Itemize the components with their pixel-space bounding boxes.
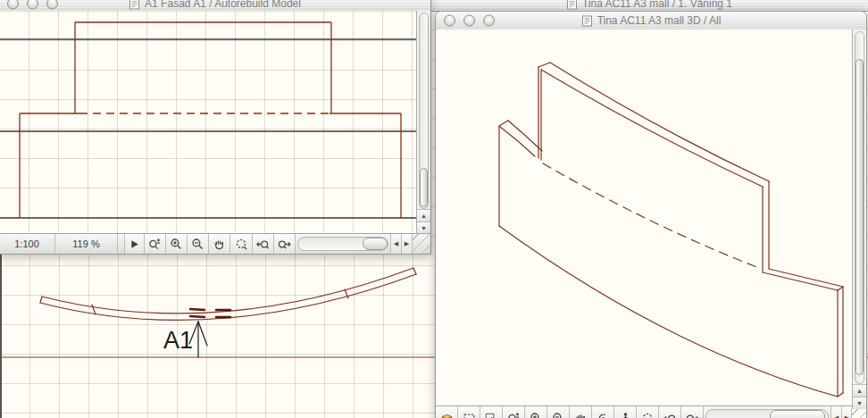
magnifier-plus-icon <box>170 238 183 251</box>
magnifier-minus-icon <box>552 412 565 418</box>
zoom-to-percent-button[interactable] <box>145 234 166 254</box>
marquee-button[interactable] <box>458 406 480 418</box>
zoom-button[interactable] <box>46 0 58 10</box>
next-zoom-button[interactable] <box>681 406 704 418</box>
scrollbar-thumb[interactable] <box>855 59 864 375</box>
screen-left-edge <box>0 252 2 418</box>
flyout-arrow-icon <box>128 238 141 251</box>
previous-zoom-button[interactable] <box>253 234 274 254</box>
axonometry-cube-icon <box>440 412 454 418</box>
walk-person-icon <box>619 412 632 418</box>
zoom-out-button[interactable] <box>547 406 570 418</box>
magnifier-plusminus-icon <box>148 238 162 251</box>
three-d-window-titlebar[interactable]: Tina AC11 A3 mall 3D / All <box>436 12 866 30</box>
zoom-in-button[interactable] <box>166 234 188 254</box>
three-d-window-title-group: Tina AC11 A3 mall 3D / All <box>581 14 722 27</box>
window-controls <box>444 15 495 27</box>
quick-options-button[interactable] <box>125 234 145 254</box>
zoom-in-button[interactable] <box>525 406 547 418</box>
magnifier-plus-icon <box>530 412 543 418</box>
scrollbar-thumb[interactable] <box>420 168 428 207</box>
elevation-canvas[interactable] <box>0 11 416 234</box>
minimize-button[interactable] <box>463 15 475 27</box>
scroll-down-button[interactable]: ▼ <box>853 397 866 409</box>
elevation-window: A1 Fasad A1 / Autorebuild Model <box>0 0 431 255</box>
scroll-up-button[interactable]: ▲ <box>853 384 866 397</box>
fit-magnifier-icon <box>235 238 248 251</box>
document-icon <box>581 15 593 27</box>
fit-in-window-button[interactable] <box>637 406 659 418</box>
scrollbar-thumb[interactable] <box>770 410 825 418</box>
desktop: Tina AC11 A3 mall / 1. Våning 1 <box>0 0 868 418</box>
explore-button[interactable] <box>480 406 503 418</box>
statusbar-spacer <box>118 234 125 254</box>
elevation-statusbar: 1:100 119 % ◀ ▶ <box>0 233 430 254</box>
walk-button[interactable] <box>614 406 637 418</box>
vertical-scrollbar[interactable]: ▲ ▼ <box>416 11 430 234</box>
previous-zoom-icon <box>664 412 677 418</box>
scroll-right-button[interactable]: ▶ <box>401 234 412 254</box>
next-zoom-button[interactable] <box>274 234 296 254</box>
three-d-statusbar: ◀ ▶ <box>436 405 852 418</box>
document-icon <box>566 0 578 10</box>
scroll-left-button[interactable]: ◀ <box>830 406 841 418</box>
scroll-left-button[interactable]: ◀ <box>390 234 401 254</box>
scrollbar-track[interactable] <box>855 31 864 384</box>
pan-button[interactable] <box>570 406 592 418</box>
previous-zoom-button[interactable] <box>659 406 681 418</box>
close-button[interactable] <box>7 0 19 10</box>
three-d-drawing <box>436 29 852 405</box>
marquee-icon <box>463 412 476 418</box>
zoom-to-percent-button[interactable] <box>503 406 525 418</box>
scrollbar-track[interactable] <box>419 13 429 209</box>
orbit-icon <box>597 412 610 418</box>
window-title: Tina AC11 A3 mall 3D / All <box>597 14 722 27</box>
next-zoom-icon <box>278 238 291 251</box>
resize-grip[interactable] <box>412 234 430 254</box>
window-title: A1 Fasad A1 / Autorebuild Model <box>145 0 301 10</box>
elevation-window-title-group: A1 Fasad A1 / Autorebuild Model <box>129 0 301 10</box>
three-d-canvas[interactable] <box>436 29 852 405</box>
horizontal-scrollbar[interactable] <box>297 237 388 251</box>
vertical-scrollbar[interactable]: ▲ ▼ <box>852 29 866 409</box>
zoom-level-button[interactable]: 119 % <box>55 234 118 254</box>
window-controls <box>7 0 58 10</box>
select-arrow-icon <box>485 412 498 418</box>
scroll-down-button[interactable]: ▼ <box>417 222 430 234</box>
horizontal-scrollbar[interactable] <box>705 409 829 418</box>
hand-icon <box>213 238 226 251</box>
three-d-projection-button[interactable] <box>436 406 458 418</box>
zoom-out-button[interactable] <box>188 234 209 254</box>
close-button[interactable] <box>444 15 455 27</box>
previous-zoom-icon <box>256 238 270 251</box>
magnifier-minus-icon <box>191 238 204 251</box>
minimize-button[interactable] <box>27 0 38 10</box>
fit-in-window-button[interactable] <box>230 234 253 254</box>
elevation-drawing <box>0 11 416 234</box>
pan-button[interactable] <box>209 234 230 254</box>
scroll-up-button[interactable]: ▲ <box>417 209 430 222</box>
elevation-marker-label[interactable]: A1 <box>163 327 193 355</box>
resize-grip[interactable] <box>851 409 866 418</box>
plan-window-title-group: Tina AC11 A3 mall / 1. Våning 1 <box>566 0 732 10</box>
three-d-window: Tina AC11 A3 mall 3D / All <box>435 11 867 418</box>
magnifier-plusminus-icon <box>507 412 521 418</box>
next-zoom-icon <box>686 412 699 418</box>
scrollbar-thumb[interactable] <box>363 238 388 250</box>
zoom-button[interactable] <box>483 15 495 27</box>
scale-button[interactable]: 1:100 <box>0 234 55 254</box>
window-title: Tina AC11 A3 mall / 1. Våning 1 <box>582 0 732 10</box>
orbit-button[interactable] <box>592 406 614 418</box>
fit-magnifier-icon <box>641 412 655 418</box>
hand-icon <box>574 412 588 418</box>
document-icon <box>129 0 140 10</box>
